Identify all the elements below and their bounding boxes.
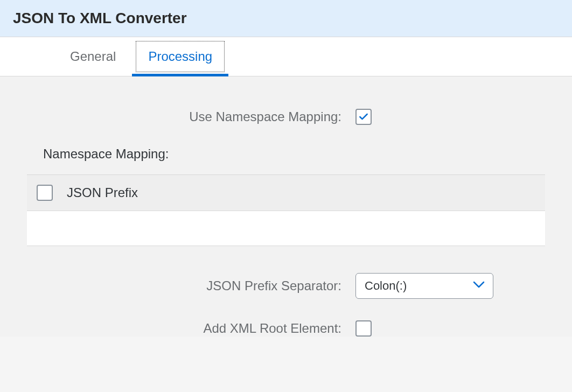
panel-title: JSON To XML Converter: [13, 10, 559, 27]
table-namespace-mapping: JSON Prefix: [27, 174, 545, 246]
checkbox-select-all[interactable]: [37, 185, 53, 201]
checkmark-icon: [358, 111, 369, 122]
label-add-xml-root-element: Add XML Root Element:: [27, 321, 355, 336]
tab-processing[interactable]: Processing: [132, 37, 228, 76]
select-json-prefix-separator[interactable]: Colon(:): [355, 273, 493, 299]
table-header-row: JSON Prefix: [27, 175, 545, 211]
checkbox-add-xml-root-element[interactable]: [355, 320, 372, 337]
label-use-namespace-mapping: Use Namespace Mapping:: [27, 109, 355, 124]
row-add-xml-root-element: Add XML Root Element:: [27, 320, 545, 337]
tab-content-processing: Use Namespace Mapping: Namespace Mapping…: [0, 76, 572, 337]
tab-general[interactable]: General: [54, 37, 132, 76]
table-row: [27, 211, 545, 246]
row-json-prefix-separator: JSON Prefix Separator: Colon(:): [27, 273, 545, 299]
panel-header: JSON To XML Converter: [0, 0, 572, 37]
label-json-prefix-separator: JSON Prefix Separator:: [27, 278, 355, 293]
select-value: Colon(:): [365, 279, 407, 293]
checkbox-use-namespace-mapping[interactable]: [355, 109, 372, 125]
column-header-json-prefix: JSON Prefix: [67, 185, 138, 200]
label-namespace-mapping-section: Namespace Mapping:: [43, 146, 545, 162]
row-use-namespace-mapping: Use Namespace Mapping:: [27, 109, 545, 125]
tab-bar: General Processing: [0, 37, 572, 76]
